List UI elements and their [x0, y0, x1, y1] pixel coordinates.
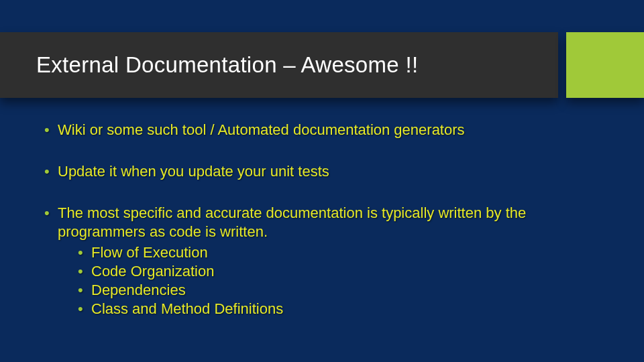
- slide: External Documentation – Awesome !! Wiki…: [0, 0, 644, 362]
- title-bar: External Documentation – Awesome !!: [0, 32, 558, 98]
- list-item: Class and Method Definitions: [78, 300, 608, 318]
- bullet-text: Update it when you update your unit test…: [58, 163, 329, 180]
- list-item: Code Organization: [78, 262, 608, 281]
- bullet-text: The most specific and accurate documenta…: [58, 204, 526, 240]
- bullet-list: Wiki or some such tool / Automated docum…: [44, 121, 608, 318]
- bullet-text: Wiki or some such tool / Automated docum…: [58, 121, 465, 138]
- accent-block: [566, 32, 644, 98]
- sub-bullet-list: Flow of Execution Code Organization Depe…: [78, 243, 608, 319]
- list-item: Dependencies: [78, 281, 608, 300]
- list-item: The most specific and accurate documenta…: [44, 204, 608, 318]
- list-item: Update it when you update your unit test…: [44, 162, 608, 181]
- slide-body: Wiki or some such tool / Automated docum…: [44, 121, 608, 341]
- list-item: Wiki or some such tool / Automated docum…: [44, 121, 608, 139]
- bullet-text: Code Organization: [91, 263, 214, 280]
- bullet-text: Class and Method Definitions: [91, 300, 283, 317]
- bullet-text: Dependencies: [91, 282, 186, 298]
- list-item: Flow of Execution: [78, 243, 608, 262]
- slide-title: External Documentation – Awesome !!: [36, 52, 418, 78]
- bullet-text: Flow of Execution: [91, 244, 208, 261]
